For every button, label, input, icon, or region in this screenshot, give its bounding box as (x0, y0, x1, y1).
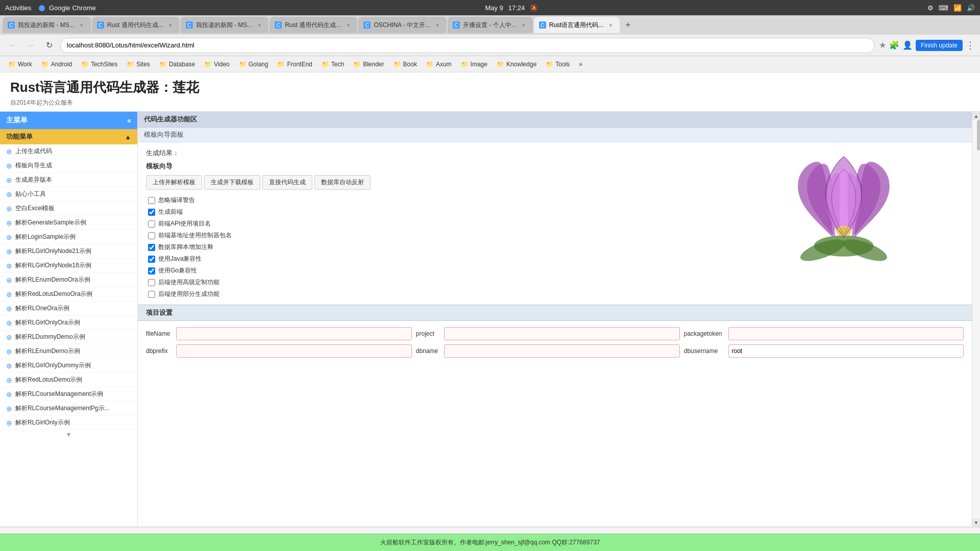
svg-point-4 (840, 227, 847, 234)
checkbox-backend-partial[interactable]: 后端使用部分生成功能 (148, 290, 964, 298)
sidebar-item-redlotus[interactable]: ⊕ 解析RedLotusDemo示例 (0, 373, 137, 387)
sidebar-item-girl-only[interactable]: ⊕ 解析RLGirlOnly示例 (0, 416, 137, 430)
sidebar-item-generate[interactable]: ⊕ 解析GenerateSample示例 (0, 216, 137, 230)
sidebar-item-girl-dummy[interactable]: ⊕ 解析RLGirlOnlyDummy示例 (0, 359, 137, 373)
bookmark-tools-icon: 📁 (546, 61, 553, 68)
notification-icon[interactable]: 🔕 (530, 4, 538, 12)
sidebar-item-one-ora[interactable]: ⊕ 解析RLOneOra示例 (0, 302, 137, 316)
tab-2[interactable]: C 我投递的新闻 - MS... × (181, 17, 269, 33)
bookmark-more[interactable]: » (575, 59, 586, 69)
sidebar-collapse-button[interactable]: « (127, 116, 131, 124)
tab-close-4[interactable]: × (433, 21, 442, 29)
forward-button[interactable]: → (23, 38, 38, 53)
sidebar-item-enum-ora[interactable]: ⊕ 解析RLEnumDemoOra示例 (0, 273, 137, 287)
checkbox-backend-partial-input[interactable] (148, 291, 155, 298)
tab-5[interactable]: C 开播设置 - 个人中... × (448, 17, 533, 33)
menu-icon[interactable]: ⋮ (966, 40, 975, 51)
activities-label[interactable]: Activities (5, 4, 31, 12)
finish-update-button[interactable]: Finish update (916, 40, 963, 51)
tab-close-1[interactable]: × (166, 21, 175, 29)
sidebar-item-girl18[interactable]: ⊕ 解析RLGirlOnlyNode18示例 (0, 259, 137, 273)
bookmark-database[interactable]: 📁 Database (155, 59, 199, 69)
network-icon[interactable]: 📶 (953, 4, 962, 12)
scrollbar-up-arrow[interactable]: ▲ (972, 112, 981, 120)
checkbox-go-compat-input[interactable] (148, 267, 155, 274)
project-input[interactable] (444, 327, 680, 340)
bookmark-blender[interactable]: 📁 Blender (349, 59, 388, 69)
upload-parse-btn[interactable]: 上传并解析模板 (146, 175, 202, 190)
sidebar-scroll[interactable]: ⊕ 上传生成代码 ⊕ 模板向导生成 ⊕ 生成差异版本 ⊕ 贴心小工具 ⊕ 空 (0, 144, 137, 527)
sidebar-item-course[interactable]: ⊕ 解析RLCourseManagement示例 (0, 387, 137, 402)
scrollbar-down-arrow[interactable]: ▼ (972, 518, 981, 527)
tab-close-5[interactable]: × (520, 21, 528, 29)
gen-download-btn[interactable]: 生成并下载模板 (204, 175, 260, 190)
address-input[interactable] (60, 38, 875, 53)
checkbox-go-compat-label: 使用Go兼容性 (158, 266, 197, 275)
dbprefix-input[interactable] (176, 344, 412, 358)
bookmark-star-icon[interactable]: ★ (879, 40, 886, 50)
sidebar-item-dummy[interactable]: ⊕ 解析RLDummyDemo示例 (0, 330, 137, 344)
scrollbar-thumb[interactable] (977, 120, 981, 151)
packagetoken-input[interactable] (728, 327, 964, 340)
sidebar-item-redlotus-ora[interactable]: ⊕ 解析RedLotusDemoOra示例 (0, 287, 137, 302)
tab-close-3[interactable]: × (344, 21, 352, 29)
sidebar-item-upload[interactable]: ⊕ 上传生成代码 (0, 144, 137, 159)
refresh-button[interactable]: ↻ (42, 38, 56, 53)
checkbox-db-comment-input[interactable] (148, 244, 155, 251)
tab-label-4: OSCHINA - 中文开... (374, 21, 430, 30)
checkbox-backend-advanced[interactable]: 后端使用高级定制功能 (148, 278, 964, 287)
bookmark-axum[interactable]: 📁 Axum (422, 59, 456, 69)
bottom-scrollbar-track[interactable] (0, 527, 980, 534)
bookmark-frontend[interactable]: 📁 FrontEnd (273, 59, 316, 69)
direct-gen-btn[interactable]: 直接代码生成 (262, 175, 312, 190)
sidebar-item-diff[interactable]: ⊕ 生成差异版本 (0, 173, 137, 187)
tab-6[interactable]: C Rust语言通用代码... × (534, 17, 620, 33)
bookmark-knowledge[interactable]: 📁 Knowledge (493, 59, 541, 69)
bookmark-tech[interactable]: 📁 Tech (317, 59, 348, 69)
settings-icon[interactable]: ⚙ (927, 4, 934, 12)
bookmark-tools[interactable]: 📁 Tools (542, 59, 574, 69)
profile-icon[interactable]: 👤 (902, 40, 913, 50)
sidebar-item-enum[interactable]: ⊕ 解析RLEnumDemo示例 (0, 344, 137, 359)
bookmark-techsites[interactable]: 📁 TechSites (77, 59, 121, 69)
extension-icon[interactable]: 🧩 (889, 40, 899, 50)
dbname-input[interactable] (444, 344, 680, 358)
tab-close-2[interactable]: × (255, 21, 263, 29)
bookmark-android[interactable]: 📁 Android (37, 59, 76, 69)
bookmark-video[interactable]: 📁 Video (200, 59, 233, 69)
function-menu-collapse-icon[interactable]: ▲ (125, 133, 131, 141)
bookmark-golang[interactable]: 📁 Golang (235, 59, 273, 69)
checkbox-java-compat-input[interactable] (148, 256, 155, 263)
checkbox-api-project-name-input[interactable] (148, 220, 155, 228)
tab-1[interactable]: C Rust 通用代码生成... × (92, 17, 180, 33)
bookmark-book[interactable]: 📁 Book (389, 59, 421, 69)
filename-input[interactable] (176, 327, 412, 340)
sidebar-item-template[interactable]: ⊕ 模板向导生成 (0, 159, 137, 173)
dbusername-input[interactable] (728, 344, 964, 358)
tab-4[interactable]: C OSCHINA - 中文开... × (358, 17, 447, 33)
tab-3[interactable]: C Rust 通用代码生成... × (270, 17, 357, 33)
sidebar-item-label-redlotus: 解析RedLotusDemo示例 (15, 375, 82, 384)
bookmark-image[interactable]: 📁 Image (457, 59, 492, 69)
sidebar-item-login[interactable]: ⊕ 解析LoginSample示例 (0, 230, 137, 244)
volume-icon[interactable]: 🔊 (967, 4, 975, 12)
tab-close-0[interactable]: × (78, 21, 86, 29)
tab-0[interactable]: C 我投递的新闻 - MS... × (3, 17, 91, 33)
sidebar-item-girl21[interactable]: ⊕ 解析RLGirlOnlyNode21示例 (0, 244, 137, 259)
checkbox-ignore-warning-input[interactable] (148, 197, 155, 204)
new-tab-button[interactable]: + (621, 18, 635, 32)
sidebar-item-girl-ora[interactable]: ⊕ 解析RLGirlOnlyOra示例 (0, 316, 137, 330)
sidebar-item-tools[interactable]: ⊕ 贴心小工具 (0, 187, 137, 202)
bottom-scrollbar[interactable] (0, 527, 980, 534)
db-reflect-btn[interactable]: 数据库自动反射 (314, 175, 371, 190)
sidebar-item-course-pg[interactable]: ⊕ 解析RLCourseManagementPg示... (0, 402, 137, 416)
tab-close-6[interactable]: × (606, 21, 615, 29)
sidebar-item-excel[interactable]: ⊕ 空白Excel模板 (0, 202, 137, 216)
bookmark-sites[interactable]: 📁 Sites (122, 59, 154, 69)
back-button[interactable]: ← (5, 38, 19, 53)
checkbox-gen-frontend-input[interactable] (148, 209, 155, 216)
checkbox-backend-advanced-input[interactable] (148, 279, 155, 286)
bookmark-work[interactable]: 📁 Work (4, 59, 36, 69)
keyboard-icon[interactable]: ⌨ (939, 4, 948, 12)
checkbox-base-addr-input[interactable] (148, 232, 155, 239)
